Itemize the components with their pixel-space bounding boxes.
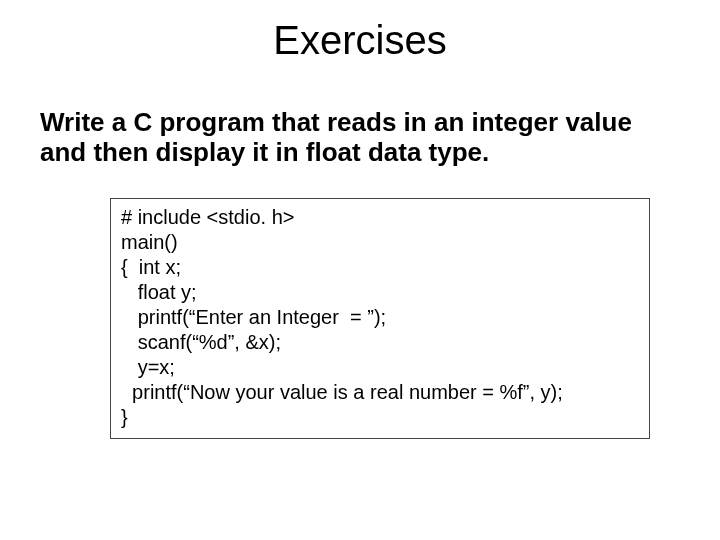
code-line: { int x;	[121, 256, 181, 278]
code-line: scanf(“%d”, &x);	[121, 331, 281, 353]
code-line: }	[121, 406, 128, 428]
code-line: float y;	[121, 281, 197, 303]
slide: Exercises Write a C program that reads i…	[0, 0, 720, 540]
code-line: printf(“Enter an Integer = ”);	[121, 306, 386, 328]
code-line: main()	[121, 231, 178, 253]
code-box: # include <stdio. h> main() { int x; flo…	[110, 198, 650, 439]
slide-title: Exercises	[0, 18, 720, 63]
code-line: # include <stdio. h>	[121, 206, 294, 228]
code-line: y=x;	[121, 356, 175, 378]
exercise-prompt: Write a C program that reads in an integ…	[40, 108, 660, 168]
code-line: printf(“Now your value is a real number …	[121, 381, 563, 403]
